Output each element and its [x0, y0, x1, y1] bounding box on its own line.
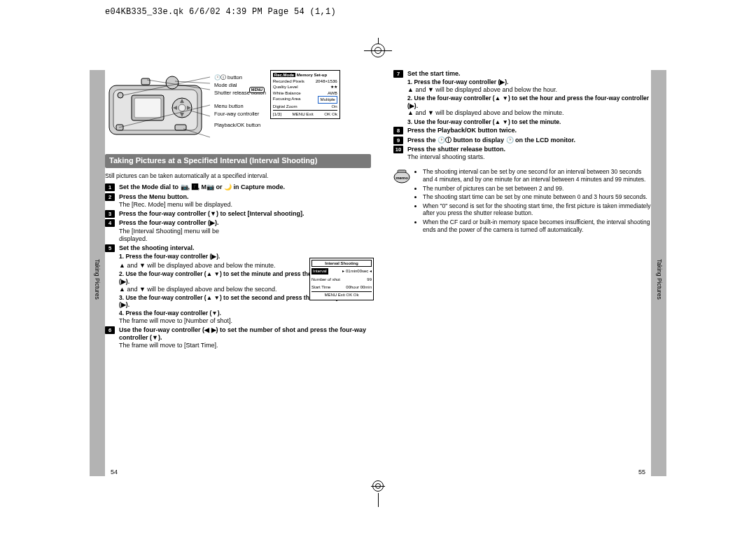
lcd-row-quality-val: ★★: [330, 84, 337, 90]
step-6-note: The frame will move to [Start Time].: [119, 342, 371, 349]
tab-memory: Memory: [297, 73, 313, 77]
lcd2-starttime-val: 00hour 00min: [346, 284, 372, 290]
section-intro: Still pictures can be taken automaticall…: [105, 172, 371, 180]
svg-point-13: [118, 92, 123, 98]
crop-mark-top: [364, 42, 392, 59]
lcd-row-pixels-label: Recorded Pixels: [273, 78, 304, 84]
lcd2-interval-label: Interval: [312, 268, 328, 274]
step-7-text: Set the start time.: [407, 70, 461, 77]
step-4-note: The [Interval Shooting] menu will be dis…: [119, 228, 238, 244]
page-left: Taking Pictures: [105, 70, 378, 476]
svg-line-16: [175, 81, 210, 83]
step-5-4-note: The frame will move to [Number of shot].: [119, 317, 371, 325]
step-8-text: Press the Playback/OK button twice.: [407, 127, 517, 134]
step-9-text: Press the 🕑ⓘ button to display 🕑 on the …: [407, 137, 575, 144]
page-right: Taking Pictures 7 Set the start time. 1.…: [378, 70, 651, 476]
svg-rect-14: [175, 125, 186, 130]
step-4-text: Press the four-way controller (▶).: [119, 219, 219, 226]
thumb-tab-left: Taking Pictures: [90, 70, 105, 476]
step-7-2: 2. Use the four-way controller (▲ ▼) to …: [407, 95, 649, 109]
step-num-6: 6: [105, 326, 115, 334]
step-7-2-note: ▲ and ▼ will be displayed above and belo…: [407, 109, 651, 117]
camera-svg: [105, 70, 210, 147]
step-num-2: 2: [105, 193, 115, 201]
step-num-1: 1: [105, 183, 115, 191]
steps-right: 7 Set the start time. 1. Press the four-…: [393, 70, 651, 161]
lcd-row-wb-label: White Balance: [273, 90, 301, 96]
svg-rect-3: [134, 98, 161, 118]
lcd-row-wb-val: AWB: [328, 90, 337, 96]
camera-diagram: 🕑ⓘ button Mode dial Shutter release butt…: [105, 70, 371, 147]
page-number-left: 54: [111, 468, 118, 476]
svg-rect-22: [398, 170, 406, 172]
tab-notch-right: [672, 242, 682, 281]
lcd2-footer: MENU Exit OK Ok: [312, 291, 372, 298]
lcd-row-zoom-label: Digital Zoom: [273, 104, 298, 109]
lcd2-starttime-label: Start Time: [312, 284, 330, 290]
lcd-footer-page: [1/3]: [273, 111, 281, 117]
lcd-footer-exit: MENU Exit: [292, 111, 313, 117]
thumb-tab-right: Taking Pictures: [651, 70, 666, 476]
step-5-text: Set the shooting interval.: [119, 244, 195, 251]
step-5-4: 4. Press the four-way controller (▼).: [119, 310, 221, 317]
tab-setup: Set-up: [314, 73, 328, 77]
svg-text:memo: memo: [396, 176, 408, 180]
step-1-text: Set the Mode dial to 📷, 🅿, M📷 or 🌙 in Ca…: [119, 183, 285, 190]
step-10-note: The interval shooting starts.: [407, 153, 651, 161]
pdf-header: e04KB335_33e.qk 6/6/02 4:39 PM Page 54 (…: [105, 7, 336, 17]
memo-item-1: The shooting interval can be set by one …: [423, 168, 651, 183]
memo-icon: memo: [393, 168, 410, 183]
lcd-footer-ok: OK Ok: [324, 111, 337, 117]
memo-item-5: When the CF card or built-in memory spac…: [423, 218, 651, 233]
step-num-4: 4: [105, 219, 115, 227]
step-num-10: 10: [393, 146, 403, 153]
step-num-8: 8: [393, 127, 403, 134]
lcd-row-focus-val: Multiple: [318, 96, 337, 103]
page-number-right: 55: [638, 468, 645, 476]
page-spread: Taking Pictures: [105, 70, 651, 476]
svg-rect-11: [141, 78, 150, 85]
lcd-interval-menu: Interval Shooting Interval▸ 01min00sec ◂…: [309, 258, 374, 300]
svg-point-10: [166, 76, 178, 89]
lcd2-title: Interval Shooting: [312, 260, 372, 267]
label-menu-button: Menu button: [214, 103, 266, 111]
memo-item-2: The number of pictures can be set betwee…: [423, 185, 651, 193]
lcd-row-quality-label: Quality Level: [273, 84, 298, 90]
step-num-9: 9: [393, 137, 403, 144]
lcd2-interval-val: ▸ 01min00sec ◂: [342, 268, 372, 274]
lcd-row-focus-label: Focusing Area: [273, 96, 301, 103]
step-3-text: Press the four-way controller (▼) to sel…: [119, 210, 304, 217]
step-num-5: 5: [105, 244, 115, 252]
step-num-7: 7: [393, 70, 403, 78]
memo-item-3: The shooting start time can be set by on…: [423, 193, 651, 201]
section-label-left: Taking Pictures: [93, 259, 101, 300]
step-7-3: 3. Use the four-way controller (▲ ▼) to …: [407, 118, 561, 125]
step-6-text: Use the four-way controller (◀ ▶) to set…: [119, 326, 366, 341]
menu-badge: MENU: [249, 87, 265, 93]
step-7-1: 1. Press the four-way controller (▶).: [407, 78, 508, 85]
lcd-row-pixels-val: 2048×1536: [316, 78, 337, 84]
step-7-1-note: ▲ and ▼ will be displayed above and belo…: [407, 86, 651, 94]
label-fourway: Four-way controller: [214, 111, 266, 118]
label-timer-button: 🕑ⓘ button: [214, 74, 266, 82]
step-num-3: 3: [105, 210, 115, 218]
section-label-right: Taking Pictures: [655, 259, 663, 300]
memo-item-4: When "0" second is set for the shooting …: [423, 202, 651, 217]
step-2-note: The [Rec. Mode] menu will be displayed.: [119, 201, 371, 209]
crop-mark-bottom: [364, 486, 392, 507]
svg-point-5: [178, 104, 186, 111]
lcd-rec-mode-menu: Rec.Mode Memory Set-up Recorded Pixels20…: [270, 70, 340, 119]
tab-recmode: Rec.Mode: [273, 73, 295, 77]
lcd-row-zoom-val: On: [332, 104, 337, 109]
lcd2-numshot-label: Number of shot: [312, 277, 340, 282]
tab-notch-left: [74, 242, 84, 281]
step-5-1: 1. Press the four-way controller (▶).: [119, 253, 220, 260]
memo-block: memo The shooting interval can be set by…: [393, 168, 651, 235]
memo-list: The shooting interval can be set by one …: [414, 168, 651, 235]
step-2-text: Press the Menu button.: [119, 193, 189, 200]
label-playback-ok: Playback/OK button: [214, 122, 266, 130]
lcd2-numshot-val: 99: [367, 277, 372, 282]
step-10-text: Press the shutter release button.: [407, 146, 505, 153]
camera-label-list: 🕑ⓘ button Mode dial Shutter release butt…: [214, 70, 266, 147]
section-heading: Taking Pictures at a Specified Interval …: [105, 154, 371, 168]
